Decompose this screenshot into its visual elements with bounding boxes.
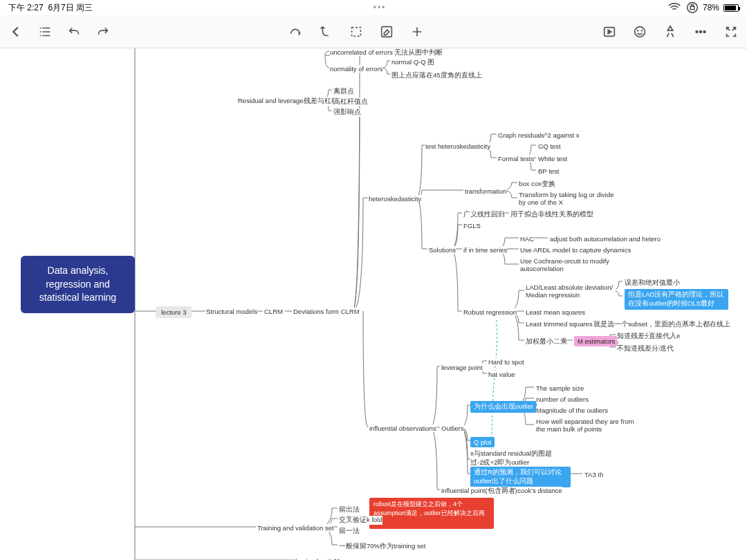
node-num-outliers[interactable]: number of outliers bbox=[536, 395, 589, 403]
node-cochrane[interactable]: Use Cochrane-orcutt to modify autocorrel… bbox=[520, 257, 617, 272]
node-uncorrelated[interactable]: uncorrelated of errors bbox=[330, 48, 393, 56]
mindmap-canvas[interactable]: Data analysis, regression and statistica… bbox=[0, 48, 747, 560]
handle-dots: ••• bbox=[93, 3, 667, 12]
node-uncorrelated-value[interactable]: 无法从图中判断 bbox=[394, 48, 443, 57]
status-bar: 下午 2:27 6月7日 周三 ••• 78% bbox=[0, 0, 747, 15]
presentation-icon[interactable] bbox=[602, 24, 617, 39]
back-icon[interactable] bbox=[8, 24, 24, 39]
status-date: 6月7日 周三 bbox=[48, 3, 93, 12]
node-unknown-value[interactable]: 迭代 bbox=[660, 344, 674, 353]
node-lts-value[interactable]: 就是选一个subset，里面的点基本上都在线上 bbox=[593, 320, 730, 329]
node-transformation[interactable]: transformation bbox=[465, 187, 507, 195]
node-transform-log[interactable]: Transform by taking log or divide by one… bbox=[519, 191, 622, 206]
node-white-test[interactable]: White test bbox=[538, 155, 567, 162]
node-heteroskedasticity[interactable]: heteroskedasticity bbox=[369, 195, 421, 203]
node-glm-value[interactable]: 用于拟合非线性关系的模型 bbox=[510, 210, 593, 219]
select-icon[interactable] bbox=[349, 24, 364, 39]
svg-point-8 bbox=[700, 30, 702, 32]
node-mag-outliers[interactable]: Magnitude of the outliers bbox=[536, 407, 608, 414]
node-kfold[interactable]: 交叉验证k fold bbox=[339, 516, 382, 525]
add-icon[interactable] bbox=[409, 24, 425, 39]
node-formal-tests[interactable]: Formal tests bbox=[498, 155, 534, 162]
node-known-value[interactable]: 直接代入e bbox=[649, 332, 680, 341]
node-how-separated[interactable]: How well separated they are from the mai… bbox=[536, 418, 640, 433]
node-training-validation[interactable]: Training and validation set bbox=[257, 524, 334, 532]
more-icon[interactable] bbox=[693, 24, 708, 39]
root-node[interactable]: Data analysis, regression and statistica… bbox=[21, 256, 135, 313]
node-why-outlier[interactable]: 为什么会出现outlier bbox=[470, 401, 537, 413]
node-ardl[interactable]: Use ARDL model to capture dynamics bbox=[520, 246, 631, 254]
node-if-time-series[interactable]: if in time series bbox=[463, 246, 507, 254]
outline-icon[interactable] bbox=[37, 24, 53, 39]
node-ta3[interactable]: TA3 Ih bbox=[584, 471, 603, 478]
branch-icon[interactable] bbox=[318, 24, 333, 39]
redo-icon[interactable] bbox=[95, 24, 111, 39]
node-best-subset[interactable]: best subset bbox=[295, 557, 329, 560]
node-leverage-point[interactable]: leverage point bbox=[441, 364, 483, 371]
node-normality[interactable]: normality of errors bbox=[330, 65, 383, 73]
node-normal-qq[interactable]: normal Q-Q 图 bbox=[391, 58, 434, 67]
undo-icon[interactable] bbox=[66, 24, 82, 39]
node-lad[interactable]: LAD/Least absolute deviation/ Median reg… bbox=[526, 283, 616, 299]
node-deviations[interactable]: Deviations form CLRM bbox=[293, 308, 360, 315]
node-lecture3[interactable]: lecture 3 bbox=[156, 306, 192, 318]
node-influential-point[interactable]: influential point(包含两者) bbox=[441, 487, 517, 496]
style-icon[interactable] bbox=[663, 24, 678, 39]
node-unknown-dist[interactable]: 不知道残差分布 bbox=[617, 344, 665, 353]
svg-rect-1 bbox=[352, 27, 361, 36]
node-gq-test[interactable]: GQ test bbox=[538, 142, 561, 150]
node-2p[interactable]: 2^p bbox=[333, 557, 344, 560]
node-robust-note[interactable]: robust是在模型建立之后做，4个assumption满足，outlier已经… bbox=[369, 498, 494, 529]
node-pred-r[interactable]: 通过R的预测，我们可以讨论outlier出了什么问题 bbox=[470, 467, 571, 487]
node-wls[interactable]: 加权最小二乘 bbox=[526, 337, 567, 346]
node-hat-value[interactable]: hat value bbox=[488, 371, 515, 378]
node-x-std-residual[interactable]: x与standard residual的图超过-2或+2即为outlier bbox=[470, 449, 560, 467]
fullscreen-icon[interactable] bbox=[723, 24, 739, 39]
battery-icon bbox=[723, 4, 739, 12]
emoji-icon[interactable] bbox=[632, 24, 647, 39]
node-bp-test[interactable]: BP test bbox=[538, 167, 559, 175]
svg-point-5 bbox=[638, 30, 638, 30]
node-hac[interactable]: HAC bbox=[520, 235, 534, 243]
node-lts[interactable]: Least trimmed squares bbox=[526, 320, 593, 328]
svg-point-9 bbox=[703, 30, 706, 32]
node-hac-value[interactable]: adjust both autocorrelation and hetero bbox=[550, 235, 661, 243]
node-glm[interactable]: 广义线性回归 bbox=[463, 210, 505, 219]
svg-point-6 bbox=[641, 30, 642, 30]
node-test-hetero[interactable]: test heteroskedasticity bbox=[425, 142, 490, 150]
svg-rect-2 bbox=[382, 26, 392, 37]
node-clrm[interactable]: CLRM bbox=[264, 308, 283, 315]
node-leave-out[interactable]: 留出法 bbox=[339, 505, 360, 514]
node-m-estimators[interactable]: M estimators bbox=[574, 336, 618, 346]
node-leave-one[interactable]: 留一法 bbox=[339, 527, 360, 536]
status-time: 下午 2:27 bbox=[8, 3, 44, 12]
svg-point-7 bbox=[696, 30, 698, 32]
node-boxcox[interactable]: box cox变换 bbox=[519, 180, 555, 189]
node-q-plot[interactable]: Q plot bbox=[470, 437, 495, 447]
node-sample-size[interactable]: The sample size bbox=[536, 384, 584, 392]
node-lad-value2[interactable]: 但是LAD没有严格的理论，所以在没有outlier的时候OLS最好 bbox=[625, 289, 728, 310]
node-robust-regression[interactable]: Robust regression bbox=[463, 308, 517, 316]
edit-icon[interactable] bbox=[379, 24, 394, 39]
node-lad-value1[interactable]: 误差和绝对值最小 bbox=[625, 279, 680, 288]
node-structural[interactable]: Structural models bbox=[206, 308, 257, 315]
node-high-leverage[interactable]: 高杠杆值点 bbox=[333, 97, 368, 106]
svg-point-4 bbox=[635, 26, 645, 37]
node-outliers[interactable]: Outliers bbox=[441, 424, 464, 432]
node-solutions[interactable]: Solutions bbox=[429, 246, 456, 254]
curve-icon[interactable] bbox=[288, 24, 303, 39]
node-graph-residuals[interactable]: Graph residuals^2 against x bbox=[498, 131, 579, 139]
node-influential-obs[interactable]: influential observations bbox=[369, 424, 436, 432]
node-lms[interactable]: Least mean squares bbox=[526, 308, 585, 316]
node-cook-distance[interactable]: cook's distance bbox=[517, 487, 562, 494]
node-outlier-pt[interactable]: 离群点 bbox=[333, 87, 354, 96]
battery-percent: 78% bbox=[703, 3, 719, 12]
node-fgls[interactable]: FGLS bbox=[463, 222, 481, 230]
orientation-lock-icon bbox=[685, 0, 700, 15]
toolbar bbox=[0, 15, 747, 48]
node-residual-leverage[interactable]: Residual and leverage残差与杠杆图 bbox=[238, 97, 345, 106]
node-hard-spot[interactable]: Hard to spot bbox=[488, 358, 524, 366]
node-normal-line[interactable]: 图上点应落在45度角的直线上 bbox=[391, 71, 482, 80]
node-strong-affect[interactable]: 强影响点 bbox=[333, 108, 361, 117]
node-rule70[interactable]: 一般保留70%作为training set bbox=[339, 542, 425, 551]
